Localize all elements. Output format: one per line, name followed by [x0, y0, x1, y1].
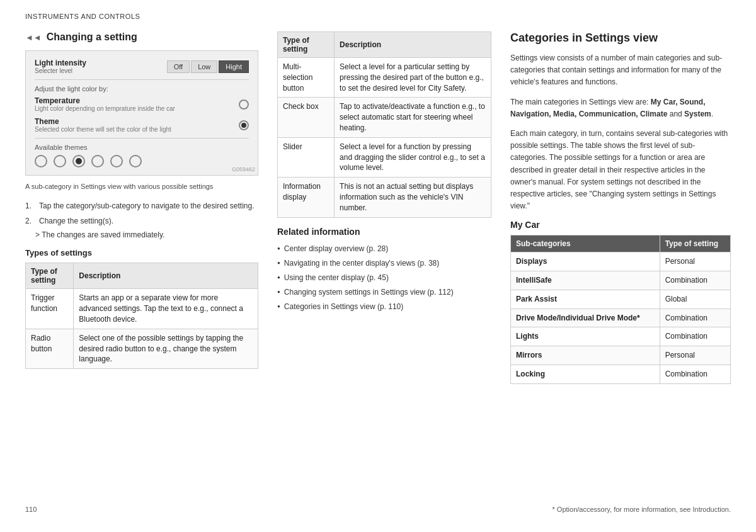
- list-item: Navigating in the center display's views…: [277, 258, 491, 269]
- cell-sub: Locking: [511, 365, 660, 384]
- btn-high[interactable]: Hight: [219, 60, 249, 73]
- list-item: Center display overview (p. 28): [277, 243, 491, 254]
- my-car-col-type: Type of setting: [660, 235, 730, 252]
- list-item: Using the center display (p. 45): [277, 272, 491, 283]
- theme-circle-3[interactable]: [72, 155, 85, 167]
- panel-temperature-item: Temperature Light color depending on tem…: [35, 96, 249, 112]
- table-row: LightsCombination: [511, 327, 731, 346]
- cell-desc: Select a level for a function by pressin…: [335, 137, 491, 177]
- table-row: Information displayThis is not an actual…: [278, 178, 491, 217]
- mid-col-type: Type of setting: [278, 32, 335, 58]
- intro2-end: .: [711, 110, 713, 118]
- cell-sub: Lights: [511, 327, 660, 346]
- theme-circles-group: [35, 155, 249, 167]
- table-row: Park AssistGlobal: [511, 290, 731, 308]
- theme-circle-4[interactable]: [91, 155, 104, 167]
- panel-light-intensity-sublabel: Selecter level: [35, 67, 86, 74]
- cell-sub: Drive Mode/Individual Drive Mode*: [511, 308, 660, 327]
- section-title-changing: ◄◄ Changing a setting: [25, 31, 258, 43]
- theme-circle-5[interactable]: [110, 155, 123, 167]
- panel-theme-desc: Selected color theme will set the color …: [35, 126, 171, 133]
- table-row: Check boxTap to activate/deactivate a fu…: [278, 98, 491, 137]
- step-2: 2. Change the setting(s).: [25, 215, 258, 227]
- cell-sub: Park Assist: [511, 290, 660, 308]
- col-description: Description: [74, 263, 258, 289]
- categories-title: Categories in Settings view: [510, 31, 731, 45]
- cell-desc: Select one of the possible settings by t…: [74, 329, 258, 368]
- my-car-col-sub: Sub-categories: [511, 235, 660, 252]
- step-2-num: 2.: [25, 215, 35, 227]
- intro2-system: System: [684, 110, 711, 118]
- step-arrow: > The changes are saved immediately.: [35, 230, 258, 239]
- radio-temperature[interactable]: [239, 99, 249, 110]
- cell-type: Multi-selection button: [278, 58, 335, 98]
- table-row: Trigger functionStarts an app or a separ…: [26, 289, 258, 329]
- mid-types-table: Type of setting Description Multi-select…: [277, 31, 491, 218]
- footnote: * Option/accessory, for more information…: [553, 506, 731, 513]
- cell-sub: Mirrors: [511, 346, 660, 365]
- cell-type: Combination: [660, 327, 730, 346]
- section-title-label: Changing a setting: [47, 31, 137, 43]
- table-row: MirrorsPersonal: [511, 346, 731, 365]
- step-1-text: Tap the category/sub-category to navigat…: [39, 200, 255, 212]
- cell-sub: Displays: [511, 252, 660, 271]
- radio-theme[interactable]: [239, 120, 249, 130]
- my-car-title: My Car: [510, 220, 731, 230]
- page: INSTRUMENTS AND CONTROLS ◄◄ Changing a s…: [0, 0, 756, 532]
- table-row: Radio buttonSelect one of the possible s…: [26, 329, 258, 368]
- table-row: Drive Mode/Individual Drive Mode*Combina…: [511, 308, 731, 327]
- btn-off[interactable]: Off: [167, 60, 190, 73]
- cell-type: Check box: [278, 98, 335, 137]
- table-row: LockingCombination: [511, 365, 731, 384]
- intro2-and: and: [667, 110, 684, 118]
- cell-type: Trigger function: [26, 289, 74, 329]
- panel-temperature-desc: Light color depending on temprature insi…: [35, 105, 175, 112]
- panel-caption: A sub-category in Settings view with var…: [25, 182, 258, 191]
- page-header: INSTRUMENTS AND CONTROLS: [25, 13, 731, 20]
- my-car-table: Sub-categories Type of setting DisplaysP…: [510, 235, 731, 384]
- theme-circle-2[interactable]: [54, 155, 66, 167]
- intro2-pre: The main categories in Settings view are…: [510, 98, 651, 106]
- cell-type: Personal: [660, 346, 730, 365]
- panel-theme-text: Theme Selected color theme will set the …: [35, 117, 171, 133]
- middle-column: Type of setting Description Multi-select…: [277, 31, 510, 493]
- panel-btn-group[interactable]: Off Low Hight: [167, 60, 249, 73]
- cell-desc: Tap to activate/deactivate a function e.…: [335, 98, 491, 137]
- cell-desc: Starts an app or a separate view for mor…: [74, 289, 258, 329]
- mid-col-desc: Description: [335, 32, 491, 58]
- panel-title-group: Light intensity Selecter level: [35, 59, 86, 74]
- theme-circle-1[interactable]: [35, 155, 47, 167]
- cell-type: Global: [660, 290, 730, 308]
- cell-type: Information display: [278, 178, 335, 217]
- table-row: SliderSelect a level for a function by p…: [278, 137, 491, 177]
- categories-intro-2: The main categories in Settings view are…: [510, 96, 731, 120]
- step-1: 1. Tap the category/sub-category to navi…: [25, 200, 258, 212]
- screenshot-panel: Light intensity Selecter level Off Low H…: [25, 50, 258, 176]
- cell-type: Radio button: [26, 329, 74, 368]
- panel-header-row: Light intensity Selecter level Off Low H…: [35, 59, 249, 74]
- btn-low[interactable]: Low: [191, 60, 217, 73]
- available-themes-label: Available themes: [35, 144, 249, 151]
- step-2-text: Change the setting(s).: [39, 215, 113, 227]
- categories-intro-1: Settings view consists of a number of ma…: [510, 52, 731, 89]
- cell-type: Combination: [660, 365, 730, 384]
- table-row: IntelliSafeCombination: [511, 271, 731, 290]
- left-column: ◄◄ Changing a setting Light intensity Se…: [25, 31, 277, 493]
- list-item: Categories in Settings view (p. 110): [277, 301, 491, 312]
- panel-theme-item: Theme Selected color theme will set the …: [35, 117, 249, 133]
- right-column: Categories in Settings view Settings vie…: [510, 31, 731, 493]
- double-arrow-icon: ◄◄: [25, 33, 42, 42]
- theme-circle-6[interactable]: [129, 155, 142, 167]
- cell-sub: IntelliSafe: [511, 271, 660, 290]
- step-1-num: 1.: [25, 200, 35, 212]
- cell-desc: This is not an actual setting but displa…: [335, 178, 491, 217]
- panel-divider-1: [35, 79, 249, 80]
- cell-type: Slider: [278, 137, 335, 177]
- categories-intro-3: Each main category, in turn, contains se…: [510, 128, 731, 212]
- header-title: INSTRUMENTS AND CONTROLS: [25, 13, 140, 20]
- related-info-title: Related information: [277, 227, 491, 237]
- panel-light-intensity-label: Light intensity: [35, 59, 86, 67]
- cell-desc: Select a level for a particular setting …: [335, 58, 491, 98]
- col-type-of-setting: Type of setting: [26, 263, 74, 289]
- panel-divider-2: [35, 138, 249, 139]
